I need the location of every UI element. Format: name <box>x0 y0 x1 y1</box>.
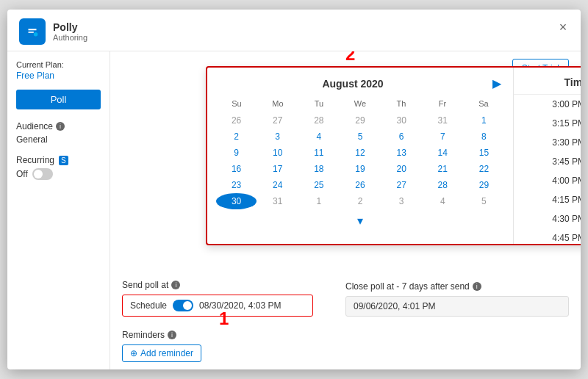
day-1[interactable]: 1 <box>464 112 504 129</box>
schedule-toggle[interactable] <box>173 300 193 311</box>
audience-label: Audience i <box>16 121 101 131</box>
time-345pm[interactable]: 3:45 PM <box>514 152 581 171</box>
calendar-weekdays: Su Mo Tu We Th Fr Sa <box>216 98 504 109</box>
day-4-next[interactable]: 4 <box>423 193 463 209</box>
day-29[interactable]: 29 <box>464 177 504 193</box>
app-subtitle: Authoring <box>53 33 87 42</box>
day-24[interactable]: 24 <box>257 177 298 193</box>
day-1-next[interactable]: 1 <box>298 193 339 209</box>
time-415pm[interactable]: 4:15 PM <box>514 190 581 209</box>
app-title: Polly Authoring <box>53 21 87 42</box>
add-reminder-button[interactable]: ⊕ Add reminder <box>122 344 201 362</box>
audience-group: Audience i General <box>16 121 101 145</box>
schedule-row[interactable]: Schedule 08/30/2020, 4:03 PM <box>122 295 313 317</box>
time-400pm[interactable]: 4:00 PM <box>514 171 581 190</box>
day-11[interactable]: 11 <box>298 145 339 161</box>
app-icon <box>19 18 46 45</box>
time-445pm[interactable]: 4:45 PM <box>514 228 581 244</box>
time-330pm[interactable]: 3:30 PM <box>514 133 581 152</box>
modal-body: Current Plan: Free Plan Poll Audience i … <box>7 51 581 369</box>
recurring-s-badge: S <box>59 156 68 165</box>
day-5-next[interactable]: 5 <box>464 193 504 209</box>
recurring-toggle[interactable] <box>32 168 53 180</box>
day-28[interactable]: 28 <box>423 177 463 193</box>
calendar-next-button[interactable]: ▶ <box>490 76 504 90</box>
day-25[interactable]: 25 <box>298 177 339 193</box>
main-content: Start Trial Templates S August 2020 ▶ <box>110 51 581 369</box>
calendar-week-3: 9 10 11 12 13 14 15 <box>216 145 504 161</box>
day-27-prev[interactable]: 27 <box>257 112 298 129</box>
day-2[interactable]: 2 <box>216 129 257 145</box>
calendar-week-1: 26 27 28 29 30 31 1 <box>216 112 504 129</box>
schedule-value: 08/30/2020, 4:03 PM <box>199 300 281 311</box>
weekday-th: Th <box>381 98 422 109</box>
reminders-info-icon: i <box>168 331 176 339</box>
svg-point-1 <box>34 32 38 36</box>
day-29-prev[interactable]: 29 <box>340 112 380 129</box>
close-button[interactable]: × <box>554 18 572 36</box>
day-19[interactable]: 19 <box>340 161 380 177</box>
poll-button[interactable]: Poll <box>16 90 101 109</box>
day-18[interactable]: 18 <box>298 161 339 177</box>
day-16[interactable]: 16 <box>216 161 257 177</box>
add-reminder-label: Add reminder <box>140 348 193 358</box>
day-5[interactable]: 5 <box>340 129 380 145</box>
calendar-down-arrow: ▾ <box>216 214 504 228</box>
calendar-header: August 2020 ▶ <box>216 76 504 90</box>
day-23[interactable]: 23 <box>216 177 257 193</box>
day-31-next[interactable]: 31 <box>257 193 298 209</box>
calendar-left: August 2020 ▶ Su Mo Tu We Th Fr Sa <box>207 68 513 244</box>
weekday-mo: Mo <box>257 98 298 109</box>
day-21[interactable]: 21 <box>423 161 463 177</box>
day-4[interactable]: 4 <box>298 129 339 145</box>
day-6[interactable]: 6 <box>381 129 422 145</box>
add-reminder-plus: ⊕ <box>130 348 137 358</box>
calendar-grid: Su Mo Tu We Th Fr Sa 26 27 28 <box>216 98 504 209</box>
day-26-prev[interactable]: 26 <box>216 112 257 129</box>
day-17[interactable]: 17 <box>257 161 298 177</box>
time-header: Time <box>514 68 581 95</box>
day-22[interactable]: 22 <box>464 161 504 177</box>
day-7[interactable]: 7 <box>423 129 463 145</box>
calendar-week-2: 2 3 4 5 6 7 8 <box>216 129 504 145</box>
day-9[interactable]: 9 <box>216 145 257 161</box>
plan-section: Current Plan: Free Plan <box>16 60 101 81</box>
calendar-title: August 2020 <box>322 78 383 90</box>
audience-value: General <box>16 134 101 145</box>
weekday-su: Su <box>216 98 257 109</box>
time-315pm[interactable]: 3:15 PM <box>514 114 581 133</box>
app-name: Polly <box>53 21 87 33</box>
plan-label: Current Plan: <box>16 60 101 69</box>
day-13[interactable]: 13 <box>381 145 422 161</box>
audience-info-icon: i <box>56 122 65 131</box>
day-27[interactable]: 27 <box>381 177 422 193</box>
day-15[interactable]: 15 <box>464 145 504 161</box>
send-info-icon: i <box>171 281 180 289</box>
day-10[interactable]: 10 <box>257 145 298 161</box>
day-14[interactable]: 14 <box>423 145 463 161</box>
day-26[interactable]: 26 <box>340 177 380 193</box>
day-30-selected[interactable]: 30 <box>216 193 257 209</box>
reminders-label: Reminders i <box>122 330 201 340</box>
day-30-prev[interactable]: 30 <box>381 112 422 129</box>
calendar-overlay: August 2020 ▶ Su Mo Tu We Th Fr Sa <box>206 66 581 245</box>
send-poll-section: Send poll at i Schedule 08/30/2020, 4:03… <box>122 280 313 317</box>
calendar-week-5: 23 24 25 26 27 28 29 <box>216 177 504 193</box>
day-28-prev[interactable]: 28 <box>298 112 339 129</box>
day-2-next[interactable]: 2 <box>340 193 380 209</box>
time-300pm[interactable]: 3:00 PM <box>514 95 581 114</box>
recurring-label: Recurring S <box>16 155 101 165</box>
day-3-next[interactable]: 3 <box>381 193 422 209</box>
time-picker[interactable]: Time 3:00 PM 3:15 PM 3:30 PM 3:45 PM 4:0… <box>513 68 581 244</box>
weekday-tu: Tu <box>298 98 340 109</box>
day-8[interactable]: 8 <box>464 129 504 145</box>
day-20[interactable]: 20 <box>381 161 422 177</box>
reminders-section: Reminders i ⊕ Add reminder <box>122 330 201 362</box>
time-430pm[interactable]: 4:30 PM <box>514 209 581 228</box>
day-12[interactable]: 12 <box>340 145 380 161</box>
day-31-prev[interactable]: 31 <box>423 112 463 129</box>
close-poll-section: Close poll at - 7 days after send i 09/0… <box>345 281 569 317</box>
calendar-week-6: 30 31 1 2 3 4 5 <box>216 193 504 209</box>
modal: Polly Authoring × Current Plan: Free Pla… <box>7 10 581 369</box>
day-3[interactable]: 3 <box>257 129 298 145</box>
